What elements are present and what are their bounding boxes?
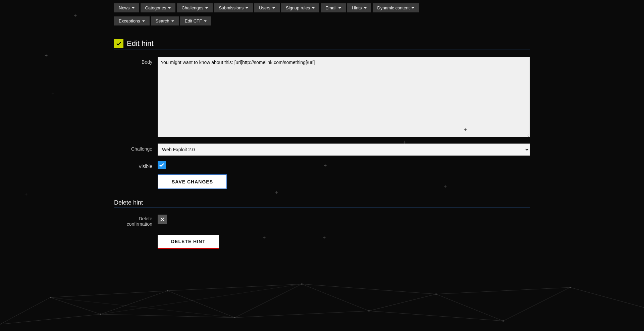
nav-hints[interactable]: Hints	[347, 3, 371, 12]
svg-point-30	[570, 287, 571, 288]
main-navbar: News Categories Challenges Submissions U…	[0, 0, 644, 15]
delete-button[interactable]: DELETE HINT	[158, 235, 219, 249]
nav-dynamic-content[interactable]: Dynamic content	[373, 3, 419, 12]
svg-line-9	[436, 294, 503, 321]
nav-edit-ctf-label: Edit CTF	[185, 18, 202, 23]
nav-search[interactable]: Search	[151, 16, 179, 25]
challenge-control-wrap: Web Exploit 2.0	[158, 144, 530, 156]
nav-edit-ctf[interactable]: Edit CTF	[180, 16, 211, 25]
nav-challenges-caret	[205, 7, 208, 9]
delete-confirm-label: Delete	[114, 216, 152, 221]
challenge-label: Challenge	[114, 144, 158, 152]
body-textarea[interactable]	[158, 57, 530, 137]
svg-point-26	[301, 283, 303, 285]
visible-control-wrap	[158, 161, 530, 169]
visible-checkmark-icon	[159, 162, 164, 168]
svg-point-25	[234, 317, 235, 318]
nav-email-caret	[338, 7, 341, 9]
edit-hint-header: Edit hint	[114, 39, 530, 48]
edit-hint-title: Edit hint	[127, 39, 154, 48]
delete-hint-divider	[114, 208, 530, 208]
svg-line-11	[570, 287, 644, 308]
visible-row: Visible	[114, 161, 530, 169]
nav-submissions-caret	[246, 7, 248, 9]
svg-point-27	[368, 310, 370, 312]
nav-dynamic-content-caret	[412, 7, 414, 9]
delete-button-wrap: DELETE HINT	[158, 232, 530, 249]
body-control-wrap	[158, 57, 530, 138]
nav-categories[interactable]: Categories	[141, 3, 176, 12]
delete-confirm-label2: confirmation	[114, 221, 152, 227]
main-content: Edit hint Body Challenge Web Exploit 2.0…	[0, 32, 644, 261]
nav-email-label: Email	[325, 5, 336, 10]
svg-line-17	[302, 284, 436, 294]
svg-line-16	[235, 311, 369, 318]
delete-button-spacer	[114, 232, 158, 235]
nav-news-caret	[132, 7, 135, 9]
nav-challenges-label: Challenges	[181, 5, 203, 10]
nav-users-caret	[272, 7, 275, 9]
nav-hints-caret	[364, 7, 367, 9]
svg-point-24	[167, 290, 168, 291]
challenge-row: Challenge Web Exploit 2.0	[114, 144, 530, 156]
challenge-select[interactable]: Web Exploit 2.0	[158, 144, 530, 156]
visible-label: Visible	[114, 161, 158, 169]
svg-line-14	[0, 314, 101, 324]
svg-point-22	[50, 297, 51, 298]
nav-search-caret	[171, 20, 174, 22]
nav-email[interactable]: Email	[321, 3, 346, 12]
nav-users[interactable]: Users	[254, 3, 280, 12]
nav-exceptions-caret	[142, 20, 145, 22]
edit-hint-divider	[114, 50, 530, 50]
secondary-navbar: Exceptions Search Edit CTF	[0, 15, 644, 32]
save-label-spacer	[114, 174, 158, 177]
svg-line-13	[101, 314, 235, 318]
svg-line-12	[50, 291, 168, 297]
nav-categories-label: Categories	[145, 5, 166, 10]
x-icon	[160, 217, 165, 222]
delete-confirm-label-wrap: Delete confirmation	[114, 215, 158, 227]
nav-hints-label: Hints	[352, 5, 362, 10]
delete-confirm-row: Delete confirmation	[114, 215, 530, 227]
nav-search-label: Search	[156, 18, 169, 23]
edit-hint-icon	[114, 39, 123, 48]
nav-exceptions-label: Exceptions	[119, 18, 140, 23]
nav-submissions[interactable]: Submissions	[214, 3, 253, 12]
delete-confirm-checkbox[interactable]	[158, 215, 167, 224]
nav-signup-rules-caret	[312, 7, 315, 9]
svg-line-10	[503, 287, 570, 321]
delete-button-row: DELETE HINT	[114, 232, 530, 249]
svg-line-19	[436, 287, 570, 294]
svg-line-15	[168, 284, 302, 291]
nav-news[interactable]: News	[114, 3, 139, 12]
checkmark-icon	[116, 41, 121, 46]
network-decoration	[0, 264, 644, 331]
nav-challenges[interactable]: Challenges	[177, 3, 213, 12]
nav-signup-rules[interactable]: Signup rules	[281, 3, 319, 12]
nav-dynamic-content-label: Dynamic content	[377, 5, 410, 10]
svg-line-7	[302, 284, 369, 311]
delete-hint-title: Delete hint	[114, 199, 530, 206]
nav-signup-rules-label: Signup rules	[286, 5, 310, 10]
nav-categories-caret	[168, 7, 171, 9]
nav-exceptions[interactable]: Exceptions	[114, 16, 150, 25]
delete-confirm-control-wrap	[158, 215, 530, 224]
svg-line-20	[50, 297, 235, 318]
svg-line-21	[101, 284, 302, 314]
svg-line-4	[101, 291, 168, 314]
visible-checkbox[interactable]	[158, 161, 166, 169]
svg-point-23	[100, 314, 101, 315]
svg-line-18	[369, 311, 503, 321]
svg-line-3	[50, 297, 101, 314]
svg-point-29	[502, 320, 504, 322]
svg-point-28	[435, 293, 437, 295]
body-row: Body	[114, 57, 530, 138]
save-row: SAVE CHANGES	[114, 174, 530, 189]
svg-line-8	[369, 294, 436, 311]
nav-edit-ctf-caret	[204, 20, 207, 22]
body-label: Body	[114, 57, 158, 65]
svg-line-2	[0, 297, 50, 324]
delete-hint-section: Delete hint Delete confirmation DELE	[114, 199, 530, 249]
save-button[interactable]: SAVE CHANGES	[158, 174, 227, 189]
save-control-wrap: SAVE CHANGES	[158, 174, 530, 189]
